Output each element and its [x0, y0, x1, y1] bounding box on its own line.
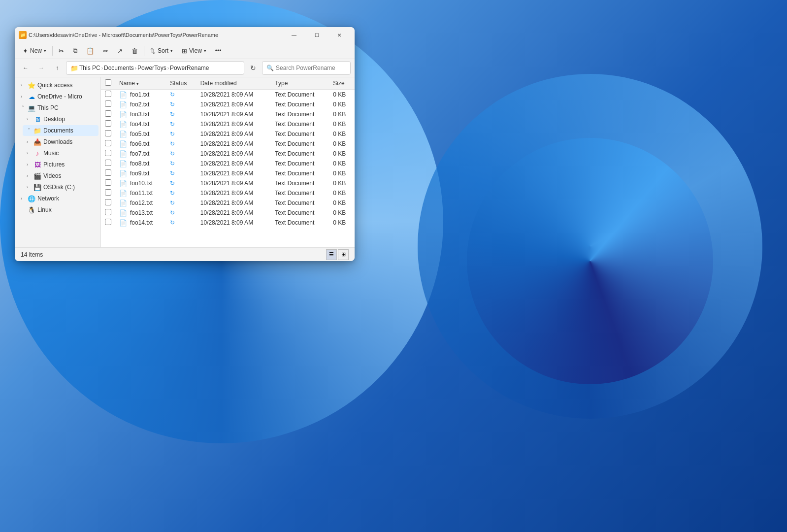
table-row[interactable]: 📄 foo10.txt ↻ 10/28/2021 8:09 AM Text Do… [101, 178, 355, 188]
row-checkbox[interactable] [105, 130, 111, 136]
table-row[interactable]: 📄 foo8.txt ↻ 10/28/2021 8:09 AM Text Doc… [101, 159, 355, 168]
row-checkbox[interactable] [105, 189, 111, 196]
row-type-cell: Text Document [271, 100, 329, 109]
sidebar-item-linux[interactable]: › 🐧 Linux [17, 204, 98, 215]
table-row[interactable]: 📄 foo14.txt ↻ 10/28/2021 8:09 AM Text Do… [101, 218, 355, 228]
sidebar-item-pictures[interactable]: › 🖼 Pictures [23, 159, 98, 170]
refresh-button[interactable]: ↻ [246, 61, 260, 75]
row-checkbox-cell[interactable] [101, 149, 115, 159]
table-row[interactable]: 📄 foo1.txt ↻ 10/28/2021 8:09 AM Text Doc… [101, 90, 355, 100]
row-checkbox-cell[interactable] [101, 129, 115, 139]
row-checkbox-cell[interactable] [101, 168, 115, 178]
cut-button[interactable]: ✂ [55, 45, 68, 57]
sidebar-item-downloads[interactable]: › 📥 Downloads [23, 136, 98, 147]
row-checkbox[interactable] [105, 100, 111, 107]
table-row[interactable]: 📄 foo4.txt ↻ 10/28/2021 8:09 AM Text Doc… [101, 119, 355, 129]
delete-icon: 🗑 [131, 47, 138, 55]
sidebar-item-music[interactable]: › ♪ Music [23, 148, 98, 159]
row-checkbox-cell[interactable] [101, 208, 115, 218]
sidebar-item-this-pc[interactable]: › 💻 This PC [17, 102, 98, 113]
sidebar-item-desktop[interactable]: › 🖥 Desktop [23, 114, 98, 125]
table-row[interactable]: 📄 foo2.txt ↻ 10/28/2021 8:09 AM Text Doc… [101, 100, 355, 109]
paste-button[interactable]: 📋 [82, 45, 98, 57]
row-checkbox-cell[interactable] [101, 198, 115, 208]
minimize-button[interactable]: — [283, 27, 305, 43]
sidebar-item-documents[interactable]: › 📁 Documents [23, 125, 98, 136]
sidebar-item-onedrive[interactable]: › ☁ OneDrive - Micro [17, 91, 98, 102]
new-button[interactable]: ✦ New ▾ [19, 45, 50, 57]
list-view-button[interactable]: ☰ [326, 249, 337, 260]
sort-button[interactable]: ⇅ Sort ▾ [146, 45, 177, 57]
row-checkbox[interactable] [105, 169, 111, 176]
file-name: foo10.txt [130, 180, 153, 187]
row-checkbox[interactable] [105, 179, 111, 186]
select-all-checkbox[interactable] [105, 79, 111, 86]
table-row[interactable]: 📄 foo3.txt ↻ 10/28/2021 8:09 AM Text Doc… [101, 109, 355, 119]
osdisk-icon: 💾 [33, 183, 41, 191]
row-checkbox-cell[interactable] [101, 109, 115, 119]
close-button[interactable]: ✕ [328, 27, 351, 43]
up-button[interactable]: ↑ [50, 61, 64, 75]
row-checkbox[interactable] [105, 199, 111, 205]
back-button[interactable]: ← [19, 61, 33, 75]
sync-status-icon: ↻ [170, 170, 175, 177]
col-header-name[interactable]: Name ▾ [115, 77, 166, 90]
pictures-label: Pictures [43, 161, 95, 168]
row-checkbox[interactable] [105, 219, 111, 225]
maximize-button[interactable]: ☐ [305, 27, 328, 43]
col-header-date[interactable]: Date modified [197, 77, 271, 90]
music-label: Music [43, 150, 95, 157]
row-checkbox[interactable] [105, 209, 111, 215]
rename-button[interactable]: ✏ [99, 45, 112, 57]
pictures-icon: 🖼 [33, 161, 41, 168]
table-row[interactable]: 📄 foo5.txt ↻ 10/28/2021 8:09 AM Text Doc… [101, 129, 355, 139]
col-header-size[interactable]: Size [329, 77, 355, 90]
search-input[interactable] [276, 65, 350, 71]
breadcrumb-bar: 📁 This PC › Documents › PowerToys › Powe… [66, 61, 244, 75]
details-view-button[interactable]: ⊞ [338, 249, 349, 260]
row-checkbox[interactable] [105, 150, 111, 156]
copy-icon: ⧉ [73, 47, 77, 55]
linux-label: Linux [37, 206, 95, 213]
more-button[interactable]: ••• [211, 45, 226, 56]
view-button[interactable]: ⊞ View ▾ [178, 45, 210, 57]
breadcrumb-powertoys[interactable]: PowerToys [137, 65, 166, 71]
delete-button[interactable]: 🗑 [128, 45, 142, 57]
item-count: 14 items [21, 251, 43, 258]
breadcrumb-documents[interactable]: Documents [104, 65, 134, 71]
table-row[interactable]: 📄 foo7.txt ↻ 10/28/2021 8:09 AM Text Doc… [101, 149, 355, 159]
forward-button[interactable]: → [34, 61, 48, 75]
table-row[interactable]: 📄 foo11.txt ↻ 10/28/2021 8:09 AM Text Do… [101, 188, 355, 198]
sidebar-item-network[interactable]: › 🌐 Network [17, 193, 98, 204]
search-bar[interactable]: 🔍 [262, 61, 351, 75]
row-checkbox-cell[interactable] [101, 188, 115, 198]
row-checkbox[interactable] [105, 91, 111, 97]
col-header-status[interactable]: Status [166, 77, 196, 90]
col-header-type[interactable]: Type [271, 77, 329, 90]
table-row[interactable]: 📄 foo9.txt ↻ 10/28/2021 8:09 AM Text Doc… [101, 168, 355, 178]
row-checkbox[interactable] [105, 140, 111, 146]
sidebar-item-quick-access[interactable]: › ⭐ Quick access [17, 80, 98, 91]
col-header-checkbox[interactable] [101, 77, 115, 90]
row-checkbox-cell[interactable] [101, 178, 115, 188]
row-checkbox-cell[interactable] [101, 218, 115, 228]
row-checkbox[interactable] [105, 160, 111, 166]
row-checkbox[interactable] [105, 120, 111, 127]
row-checkbox-cell[interactable] [101, 139, 115, 149]
table-row[interactable]: 📄 foo12.txt ↻ 10/28/2021 8:09 AM Text Do… [101, 198, 355, 208]
copy-button[interactable]: ⧉ [69, 45, 81, 57]
table-row[interactable]: 📄 foo13.txt ↻ 10/28/2021 8:09 AM Text Do… [101, 208, 355, 218]
breadcrumb-thispc[interactable]: This PC [79, 65, 100, 71]
share-button[interactable]: ↗ [113, 45, 127, 57]
sidebar-item-videos[interactable]: › 🎬 Videos [23, 170, 98, 181]
view-label: View [189, 47, 202, 54]
row-date-cell: 10/28/2021 8:09 AM [197, 109, 271, 119]
row-checkbox-cell[interactable] [101, 119, 115, 129]
row-checkbox-cell[interactable] [101, 159, 115, 168]
row-checkbox-cell[interactable] [101, 100, 115, 109]
row-checkbox[interactable] [105, 110, 111, 117]
sidebar-item-osdisk[interactable]: › 💾 OSDisk (C:) [23, 182, 98, 193]
breadcrumb-powerrename[interactable]: PowerRename [170, 65, 209, 71]
row-checkbox-cell[interactable] [101, 90, 115, 100]
table-row[interactable]: 📄 foo6.txt ↻ 10/28/2021 8:09 AM Text Doc… [101, 139, 355, 149]
